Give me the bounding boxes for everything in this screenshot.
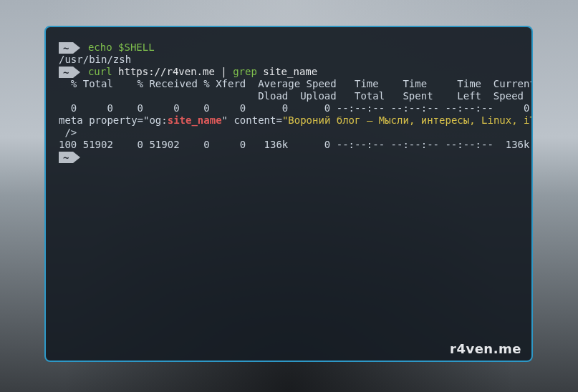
cmd-shell-var: $SHELL (118, 41, 155, 53)
curl-row-1: 0 0 0 0 0 0 0 0 --:--:-- --:--:-- --:--:… (59, 102, 519, 114)
cmd-echo: echo (88, 41, 112, 53)
curl-row-2: 100 51902 0 51902 0 0 136k 0 --:--:-- --… (59, 139, 519, 151)
prompt-home: ~ (59, 67, 73, 78)
meta-content-string: "Вороний блог – Мысли, интересы, Linux, … (282, 114, 533, 126)
curl-header-2: Dload Upload Total Spent Left Speed (59, 90, 519, 102)
cmd-grep: grep (233, 66, 257, 77)
cmd-curl: curl (88, 66, 112, 77)
meta-post: /> (59, 127, 519, 139)
grep-output-line: meta property="og:site_name" content="Во… (59, 114, 519, 127)
curl-header-1: % Total % Received % Xferd Average Speed… (59, 78, 519, 90)
grep-match-highlight: site_name (168, 114, 222, 126)
output-shell-path: /usr/bin/zsh (59, 54, 519, 66)
meta-pre: meta property="og: (59, 114, 168, 126)
prompt-badge: ~ (59, 152, 80, 163)
watermark-text: r4ven.me (450, 343, 521, 355)
cmd-url: https://r4ven.me | (112, 66, 233, 77)
prompt-line-3[interactable]: ~ (59, 151, 519, 163)
prompt-badge: ~ (59, 42, 80, 54)
prompt-line-2: ~ curl https://r4ven.me | grep site_name (59, 66, 519, 78)
prompt-line-1: ~ echo $SHELL (59, 41, 519, 54)
terminal-window[interactable]: ~ echo $SHELL /usr/bin/zsh ~ curl https:… (44, 26, 533, 362)
prompt-arrow-icon (73, 67, 80, 78)
prompt-arrow-icon (73, 42, 80, 54)
prompt-home: ~ (59, 42, 73, 54)
prompt-badge: ~ (59, 67, 80, 78)
meta-mid: " content= (222, 114, 282, 126)
prompt-arrow-icon (73, 152, 80, 163)
prompt-home: ~ (59, 152, 73, 163)
cmd-grep-arg: site_name (257, 66, 317, 77)
